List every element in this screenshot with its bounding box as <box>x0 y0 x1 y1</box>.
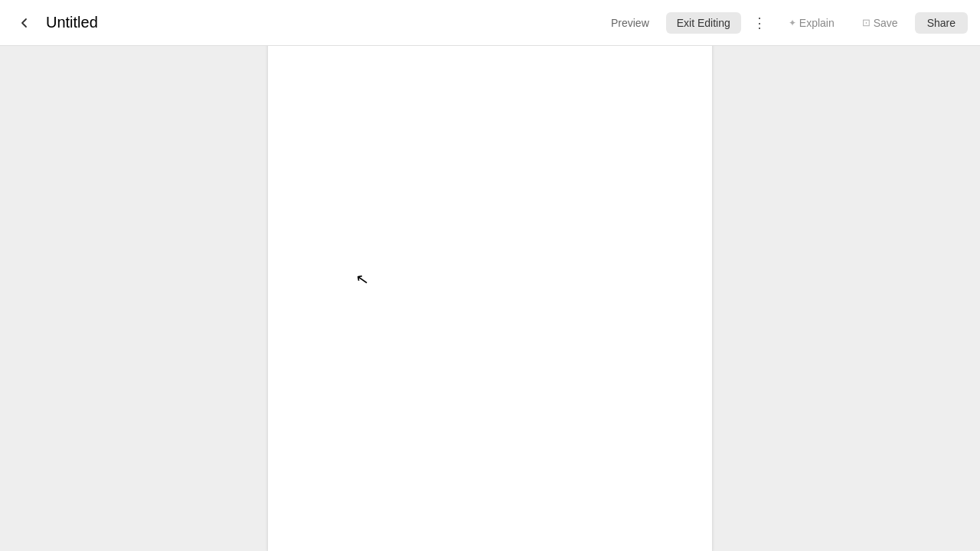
cursor-indicator: ↖ <box>354 271 370 289</box>
explain-spark-icon: ✦ <box>789 18 796 28</box>
header-left: Untitled <box>12 11 98 35</box>
main-content: ↖ <box>0 46 980 551</box>
save-disk-icon: ⊡ <box>862 17 871 28</box>
share-button[interactable]: Share <box>915 12 968 34</box>
back-button[interactable] <box>12 11 37 35</box>
more-options-button[interactable]: ⋮ <box>747 11 772 35</box>
header-right: Preview Exit Editing ⋮ ✦ Explain ⊡ Save … <box>600 11 968 35</box>
save-button[interactable]: ⊡ Save <box>851 12 909 34</box>
exit-editing-button[interactable]: Exit Editing <box>666 12 741 34</box>
explain-button[interactable]: ✦ Explain <box>778 12 845 34</box>
header: Untitled Preview Exit Editing ⋮ ✦ Explai… <box>0 0 980 46</box>
explain-label: Explain <box>799 17 835 29</box>
back-icon <box>18 17 31 29</box>
save-label: Save <box>874 17 898 29</box>
preview-button[interactable]: Preview <box>600 12 660 34</box>
more-icon: ⋮ <box>753 15 766 31</box>
document-title: Untitled <box>46 14 98 31</box>
document-canvas[interactable]: ↖ <box>268 42 712 551</box>
